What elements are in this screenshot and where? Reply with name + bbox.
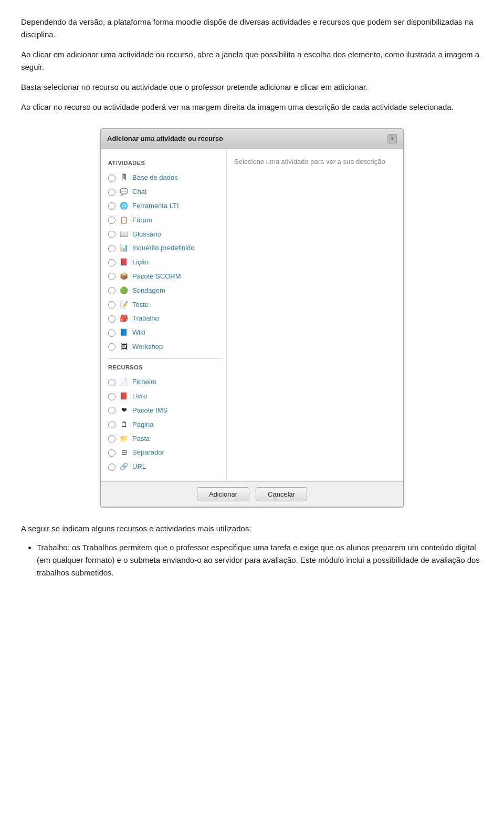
- cancel-button[interactable]: Cancelar: [256, 487, 307, 501]
- dialog-body: ATIVIDADES 🗄 Base de dados 💬 Chat 🌐 Ferr…: [101, 149, 403, 481]
- activity-label: Teste: [132, 300, 149, 311]
- activity-label: Base de dados: [132, 172, 178, 183]
- activity-icon: 📋: [119, 215, 129, 225]
- bottom-list: Trabalho: os Trabalhos permitem que o pr…: [37, 541, 483, 579]
- resource-item[interactable]: ⊟ Separador: [106, 446, 222, 460]
- resource-label: URL: [132, 461, 146, 472]
- activities-header: ATIVIDADES: [106, 159, 222, 168]
- resource-label: Separador: [132, 447, 164, 458]
- activities-list: 🗄 Base de dados 💬 Chat 🌐 Ferramenta LTI …: [106, 171, 222, 354]
- activity-icon: 🌐: [119, 201, 129, 211]
- resource-icon: 📁: [119, 434, 129, 444]
- description-placeholder: Selecione uma atividade para ver a sua d…: [234, 158, 385, 166]
- radio-circle: [108, 273, 116, 280]
- resource-item[interactable]: 📕 Livro: [106, 389, 222, 404]
- dialog-close-button[interactable]: ×: [387, 134, 397, 143]
- activity-item[interactable]: 📘 Wiki: [106, 326, 222, 340]
- activity-icon: 💬: [119, 187, 129, 198]
- activity-item[interactable]: 📊 Inquérito predefinido: [106, 241, 222, 255]
- radio-circle: [108, 393, 116, 400]
- add-button[interactable]: Adicionar: [197, 487, 249, 501]
- resource-icon: 📄: [119, 377, 129, 388]
- activity-icon: 📝: [119, 300, 129, 310]
- activity-icon: 📘: [119, 328, 129, 338]
- resource-icon: 📕: [119, 392, 129, 402]
- radio-circle: [108, 231, 116, 238]
- activity-label: Chat: [132, 187, 146, 198]
- activity-label: Lição: [132, 257, 149, 268]
- radio-circle: [108, 189, 116, 196]
- radio-circle: [108, 435, 116, 442]
- activity-icon: 🎒: [119, 314, 129, 324]
- activity-item[interactable]: 🌐 Ferramenta LTI: [106, 199, 222, 213]
- resource-icon: 🗒: [119, 419, 129, 430]
- paragraph-1: Dependendo da versão, a plataforma forma…: [21, 16, 483, 41]
- resource-icon: ❤: [119, 405, 129, 416]
- resource-item[interactable]: 🔗 URL: [106, 460, 222, 474]
- radio-circle: [108, 343, 116, 351]
- resource-label: Pasta: [132, 434, 150, 445]
- activity-item[interactable]: 💬 Chat: [106, 185, 222, 199]
- resource-icon: 🔗: [119, 462, 129, 472]
- paragraph-2: Ao clicar em adicionar uma actividade ou…: [21, 48, 483, 74]
- resource-label: Ficheiro: [132, 377, 156, 388]
- radio-circle: [108, 421, 116, 428]
- resource-item[interactable]: 📄 Ficheiro: [106, 375, 222, 389]
- radio-circle: [108, 315, 116, 323]
- dialog-footer: Adicionar Cancelar: [101, 481, 403, 507]
- resource-label: Livro: [132, 391, 147, 402]
- activity-item[interactable]: 📝 Teste: [106, 298, 222, 312]
- radio-circle: [108, 202, 116, 210]
- radio-circle: [108, 464, 116, 471]
- dialog-right-panel: Selecione uma atividade para ver a sua d…: [227, 149, 403, 481]
- activity-label: Ferramenta LTI: [132, 201, 179, 212]
- resources-header: RECURSOS: [106, 363, 222, 373]
- resource-icon: ⊟: [119, 448, 129, 458]
- activity-item[interactable]: 📦 Pacote SCORM: [106, 270, 222, 284]
- dialog-title: Adicionar uma atividade ou recurso: [107, 133, 223, 145]
- activity-label: Inquérito predefinido: [132, 243, 195, 254]
- radio-circle: [108, 174, 116, 182]
- activity-icon: 🗄: [119, 173, 129, 183]
- radio-circle: [108, 330, 116, 337]
- divider: [106, 358, 222, 359]
- activity-label: Pacote SCORM: [132, 271, 181, 282]
- dialog-left-panel: ATIVIDADES 🗄 Base de dados 💬 Chat 🌐 Ferr…: [101, 149, 227, 481]
- activity-item[interactable]: 📖 Glossário: [106, 228, 222, 242]
- dialog-titlebar: Adicionar uma atividade ou recurso ×: [101, 129, 403, 149]
- activity-item[interactable]: 🟢 Sondagem: [106, 284, 222, 298]
- activity-item[interactable]: 📋 Fórum: [106, 213, 222, 228]
- activity-item[interactable]: 🎒 Trabalho: [106, 312, 222, 326]
- bottom-intro: A seguir se indicam alguns recursos e ac…: [21, 522, 483, 535]
- activity-icon: 📖: [119, 229, 129, 240]
- resource-label: Página: [132, 419, 153, 430]
- page-content: Dependendo da versão, a plataforma forma…: [21, 16, 483, 579]
- radio-circle: [108, 449, 116, 457]
- radio-circle: [108, 301, 116, 308]
- activity-item[interactable]: 🗄 Base de dados: [106, 171, 222, 185]
- resource-item[interactable]: 🗒 Página: [106, 418, 222, 432]
- radio-circle: [108, 245, 116, 252]
- resource-item[interactable]: ❤ Pacote IMS: [106, 404, 222, 418]
- resources-list: 📄 Ficheiro 📕 Livro ❤ Pacote IMS 🗒 Página…: [106, 375, 222, 474]
- activity-label: Trabalho: [132, 313, 159, 324]
- dialog-wrapper: Adicionar uma atividade ou recurso × ATI…: [21, 128, 483, 508]
- activity-item[interactable]: 📕 Lição: [106, 255, 222, 270]
- bottom-list-item: Trabalho: os Trabalhos permitem que o pr…: [37, 541, 483, 579]
- paragraph-3: Basta selecionar no recurso ou actividad…: [21, 81, 483, 94]
- resource-label: Pacote IMS: [132, 405, 167, 416]
- activity-label: Wiki: [132, 327, 145, 338]
- activity-label: Workshop: [132, 342, 163, 353]
- activity-icon: 🟢: [119, 285, 129, 296]
- paragraph-4: Ao clicar no recurso ou actividade poder…: [21, 101, 483, 114]
- radio-circle: [108, 379, 116, 386]
- activity-icon: 📊: [119, 243, 129, 254]
- radio-circle: [108, 287, 116, 294]
- activity-item[interactable]: 🖼 Workshop: [106, 340, 222, 354]
- activity-dialog: Adicionar uma atividade ou recurso × ATI…: [100, 128, 404, 508]
- radio-circle: [108, 407, 116, 414]
- resource-item[interactable]: 📁 Pasta: [106, 432, 222, 446]
- radio-circle: [108, 217, 116, 224]
- activity-icon: 📦: [119, 271, 129, 282]
- activity-label: Sondagem: [132, 285, 165, 296]
